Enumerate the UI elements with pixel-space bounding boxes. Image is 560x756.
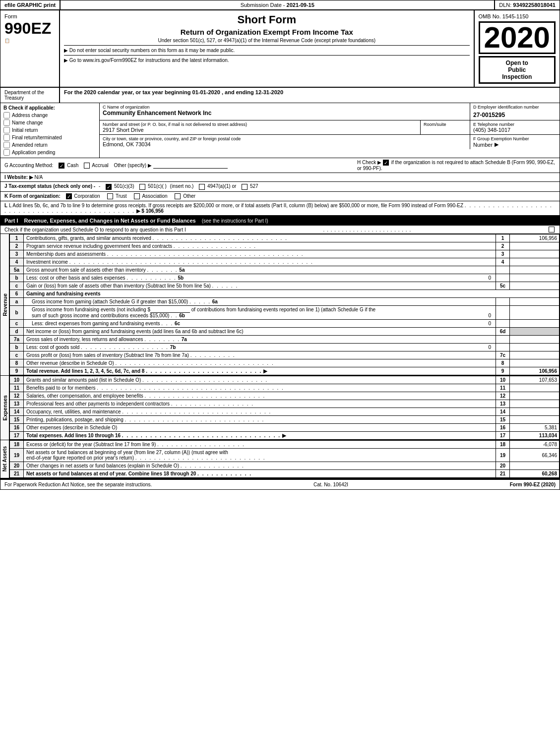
4947-option[interactable]: 4947(a)(1) or <box>199 183 238 189</box>
501c-option[interactable]: 501(c)( ) <box>139 183 168 189</box>
tax-year-row: For the 2020 calendar year, or tax year … <box>60 88 560 103</box>
corporation-option[interactable]: ✓ Corporation <box>66 193 102 199</box>
line21-value: 60,268 <box>510 470 560 478</box>
trust-option[interactable]: Trust <box>107 193 128 199</box>
table-row: 1 Contributions, gifts, grants, and simi… <box>10 234 560 242</box>
efile-graphic-label: efile GRAPHIC print <box>0 0 61 9</box>
trust-label: Trust <box>116 193 126 199</box>
table-row: 4 Investment income . . . . . . . . . . … <box>10 258 560 266</box>
table-row: 5a Gross amount from sale of assets othe… <box>10 266 560 274</box>
table-row: 14 Occupancy, rent, utilities, and maint… <box>10 408 560 416</box>
irs-note: ▶ Go to www.irs.gov/Form990EZ for instru… <box>64 58 470 63</box>
city-value: Edmond, OK 73034 <box>103 141 467 147</box>
check-dots: . . . . . . . . . . . . . . . . . . . . … <box>323 227 412 233</box>
table-row: 17 Total expenses. Add lines 10 through … <box>10 432 560 440</box>
amended-return-input[interactable] <box>3 142 10 148</box>
table-row: 21 Net assets or fund balances at end of… <box>10 470 560 478</box>
amended-return-checkbox[interactable]: Amended return <box>3 142 96 148</box>
line16-value: 5,381 <box>510 424 560 432</box>
table-row: 11 Benefits paid to or for members . . .… <box>10 384 560 392</box>
line14-value <box>510 408 560 416</box>
dln-number: 93492258018041 <box>513 2 556 8</box>
accrual-check-icon <box>84 163 90 169</box>
application-pending-input[interactable] <box>3 149 10 156</box>
4947-check-icon <box>199 184 205 190</box>
table-row: 7a Gross sales of inventory, less return… <box>10 336 560 344</box>
table-row: 19 Net assets or fund balances at beginn… <box>10 449 560 462</box>
527-option[interactable]: 527 <box>242 183 258 189</box>
other-org-check-icon <box>175 193 181 199</box>
website-row: I Website: ▶ N/A <box>0 173 560 182</box>
form-label: Form <box>4 13 55 19</box>
line5b-value <box>510 274 560 282</box>
other-org-option[interactable]: Other <box>175 193 195 199</box>
line-l-row: L L Add lines 5b, 6c, and 7b to line 9 t… <box>0 201 560 216</box>
table-row: 15 Printing, publications, postage, and … <box>10 416 560 424</box>
trust-check-icon <box>107 193 113 199</box>
address-change-input[interactable] <box>3 112 10 118</box>
501c-check-icon <box>139 184 145 190</box>
line13-value <box>510 400 560 408</box>
other-label: Other (specify) ▶ <box>114 163 151 168</box>
line4-value <box>510 258 560 266</box>
association-label: Association <box>142 193 167 199</box>
net-assets-side-label: Net Assets <box>2 446 7 471</box>
table-row: 9 Total revenue. Add lines 1, 2, 3, 4, 5… <box>10 367 560 375</box>
table-row: 10 Grants and similar amounts paid (list… <box>10 376 560 384</box>
table-row: c Less: direct expenses from gaming and … <box>10 320 560 328</box>
address-label: Number and street (or P. O. box, if mail… <box>103 122 417 127</box>
form-number: 990EZ <box>4 20 55 36</box>
final-return-input[interactable] <box>3 134 10 141</box>
line10-value: 107,653 <box>510 376 560 384</box>
line11-value <box>510 384 560 392</box>
application-pending-checkbox[interactable]: Application pending <box>3 149 96 156</box>
name-change-checkbox[interactable]: Name change <box>3 119 96 126</box>
omb-number: OMB No. 1545-1150 <box>479 13 529 19</box>
table-row: c Gross profit or (loss) from sales of i… <box>10 351 560 359</box>
phone-value: (405) 348-1017 <box>473 127 557 133</box>
accrual-option[interactable]: Accrual <box>84 163 110 168</box>
line-l-text: L Add lines 5b, 6c, and 7b to line 9 to … <box>9 203 463 208</box>
corporation-check-icon: ✓ <box>66 193 72 199</box>
b-check-label: B Check if applicable: <box>3 105 96 111</box>
association-option[interactable]: Association <box>134 193 169 199</box>
website-url: N/A <box>35 174 43 180</box>
arrow-icon: ▶ <box>495 141 498 148</box>
initial-return-checkbox[interactable]: Initial return <box>3 127 96 133</box>
address-change-checkbox[interactable]: Address change <box>3 112 96 118</box>
final-return-checkbox[interactable]: Final return/terminated <box>3 134 96 141</box>
line18-value: -6,078 <box>510 441 560 449</box>
f-label: F Group Exemption Number <box>473 136 557 141</box>
527-label: 527 <box>250 183 258 189</box>
cash-check-icon: ✓ <box>59 163 64 169</box>
initial-return-input[interactable] <box>3 127 10 133</box>
line7b-value <box>510 344 560 351</box>
line17-value: 113,034 <box>510 432 560 440</box>
final-return-label: Final return/terminated <box>12 135 62 140</box>
open-inspection-box: Open to Public Inspection <box>479 56 556 84</box>
other-org-label: Other <box>183 193 195 199</box>
name-change-input[interactable] <box>3 119 10 126</box>
expenses-side-label: Expenses <box>2 395 8 420</box>
e-label: E Telephone number <box>473 122 557 127</box>
table-row: 13 Professional fees and other payments … <box>10 400 560 408</box>
4947-label: 4947(a)(1) or <box>207 183 236 189</box>
line3-value <box>510 250 560 258</box>
c-label: C Name of organization <box>103 105 467 110</box>
cash-option[interactable]: ✓ Cash <box>59 163 80 168</box>
part1-check-icon[interactable] <box>549 227 555 233</box>
line5a-value <box>510 266 560 274</box>
line2-value <box>510 242 560 250</box>
table-row: 20 Other changes in net assets or fund b… <box>10 462 560 470</box>
501c3-option[interactable]: ✓ 501(c)(3) <box>106 183 135 189</box>
501c3-label: 501(c)(3) <box>114 183 134 189</box>
table-row: b Gross income from fundraising events (… <box>10 306 560 320</box>
i-label: I Website: ▶ <box>4 174 33 180</box>
table-row: b Less: cost of goods sold . . . . . . .… <box>10 344 560 351</box>
initial-return-label: Initial return <box>12 127 38 133</box>
h-check-icon: ✓ <box>383 160 389 166</box>
number-label: Number <box>473 142 493 148</box>
inspection-label: Inspection <box>484 73 550 80</box>
501c-label: 501(c)( ) <box>148 183 167 189</box>
table-row: b Less: cost or other basis and sales ex… <box>10 274 560 282</box>
